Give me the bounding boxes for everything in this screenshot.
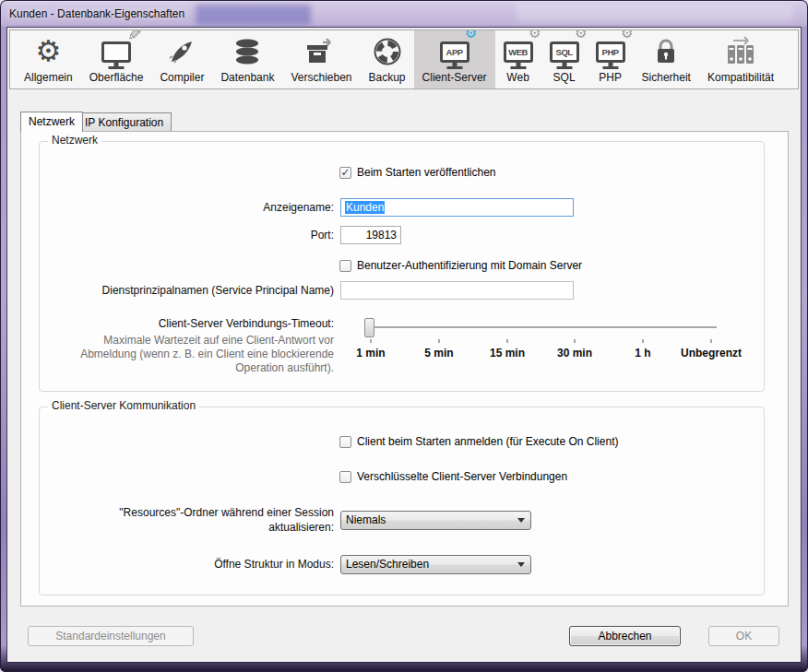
timeout-label: Client-Server Verbindungs-Timeout: <box>47 317 334 330</box>
tab-ip-konfiguration[interactable]: IP Konfiguration <box>77 112 172 131</box>
slider-tick <box>575 339 576 343</box>
toolbar-item-datenbank[interactable]: Datenbank <box>212 30 282 88</box>
box-arrow-icon <box>304 34 338 69</box>
toolbar-item-sicherheit[interactable]: Sicherheit <box>634 30 699 88</box>
slider-tick <box>439 339 440 343</box>
toolbar-item-compiler[interactable]: Compiler <box>151 30 212 88</box>
toolbar-item-php[interactable]: PHP ⚙ PHP <box>588 30 634 88</box>
slider-tick <box>507 339 508 343</box>
slider-tick-label: Unbegrenzt <box>681 347 742 360</box>
register-client-checkbox[interactable]: ✓ Client beim Starten anmelden (für Exec… <box>339 435 618 448</box>
monitor-app-gear-icon: APP ⚙ <box>440 34 469 69</box>
slider-tick-label: 5 min <box>424 347 453 360</box>
database-icon <box>232 34 263 69</box>
dialog-client-area: ⚙ Allgemein ✎ Oberfläche Compiler <box>7 28 801 662</box>
slider-tick <box>643 339 644 343</box>
display-name-label: Anzeigename: <box>47 201 334 214</box>
spn-input[interactable] <box>340 281 574 300</box>
open-mode-label: Öffne Struktur in Modus: <box>47 558 334 571</box>
publish-on-startup-checkbox[interactable]: ✓ Beim Starten veröffentlichen <box>339 166 496 179</box>
tab-panel-netzwerk: Netzwerk ✓ Beim Starten veröffentlichen … <box>20 131 789 607</box>
monitor-sql-gear-icon: SQL ⚙ <box>550 34 579 69</box>
group-client-server-kommunikation: Client-Server Kommunikation ✓ Client bei… <box>39 407 765 595</box>
database-properties-window: Kunden - Datenbank-Eigenschaften ⚙ Allge… <box>0 0 808 672</box>
group-title: Client-Server Kommunikation <box>48 399 199 412</box>
binders-arrow-icon <box>724 34 757 69</box>
slider-tick-label: 30 min <box>557 347 592 360</box>
domain-auth-checkbox[interactable]: ✓ Benutzer-Authentifizierung mit Domain … <box>339 259 582 272</box>
lifebuoy-icon <box>372 34 403 69</box>
resources-update-dropdown[interactable]: Niemals <box>340 511 531 530</box>
slider-tick <box>371 339 372 343</box>
timeout-help-text: Maximale Wartezeit auf eine Client-Antwo… <box>47 334 334 375</box>
slider-tick-label: 1 min <box>356 347 385 360</box>
cancel-button[interactable]: Abbrechen <box>569 626 681 646</box>
open-structure-mode-dropdown[interactable]: Lesen/Schreiben <box>340 555 531 574</box>
gear-icon: ⚙ <box>35 34 61 69</box>
checkbox-box[interactable]: ✓ <box>339 436 351 448</box>
settings-toolbar: ⚙ Allgemein ✎ Oberfläche Compiler <box>9 29 799 89</box>
toolbar-item-allgemein[interactable]: ⚙ Allgemein <box>16 30 81 88</box>
toolbar-item-kompatibilitaet[interactable]: Kompatibilität <box>699 30 782 88</box>
ok-button[interactable]: OK <box>708 626 779 646</box>
monitor-php-gear-icon: PHP ⚙ <box>596 34 625 69</box>
checkbox-box[interactable]: ✓ <box>339 471 351 483</box>
slider-tick-label: 15 min <box>490 347 525 360</box>
spn-label: Dienstprinzipalnamen (Service Principal … <box>47 284 334 297</box>
toolbar-item-web[interactable]: WEB ⚙ Web <box>495 30 541 88</box>
encrypted-connections-checkbox[interactable]: ✓ Verschlüsselte Client-Server Verbindun… <box>339 470 567 483</box>
port-label: Port: <box>47 229 334 242</box>
slider-tick <box>711 339 712 343</box>
timeout-slider-thumb[interactable] <box>364 318 374 337</box>
monitor-pencil-icon: ✎ <box>101 34 131 69</box>
monitor-web-gear-icon: WEB ⚙ <box>504 34 533 69</box>
selected-text: Kunden <box>345 201 385 214</box>
group-netzwerk: Netzwerk ✓ Beim Starten veröffentlichen … <box>39 141 765 392</box>
toolbar-item-verschieben[interactable]: Verschieben <box>282 30 360 88</box>
toolbar-item-sql[interactable]: SQL ⚙ SQL <box>541 30 588 88</box>
timeout-slider-track[interactable] <box>367 326 717 328</box>
rocket-icon <box>167 34 196 69</box>
display-name-input[interactable]: Kunden <box>340 198 574 217</box>
chevron-down-icon <box>517 518 525 523</box>
resources-folder-label: "Resources"-Ordner während einer Session… <box>47 505 334 535</box>
titlebar-glass-artifact <box>196 5 311 25</box>
titlebar[interactable]: Kunden - Datenbank-Eigenschaften <box>0 0 808 28</box>
group-title: Netzwerk <box>48 134 101 147</box>
padlock-icon <box>652 34 680 69</box>
checkbox-box[interactable]: ✓ <box>339 260 351 272</box>
titlebar-glass-artifact <box>517 4 793 22</box>
chevron-down-icon <box>517 562 525 567</box>
tab-netzwerk[interactable]: Netzwerk <box>20 112 83 132</box>
slider-tick-label: 1 h <box>635 347 650 360</box>
defaults-button[interactable]: Standardeinstellungen <box>28 626 194 646</box>
toolbar-item-backup[interactable]: Backup <box>361 30 414 88</box>
port-input[interactable]: 19813 <box>340 226 401 244</box>
checkbox-box[interactable]: ✓ <box>339 167 351 179</box>
toolbar-item-client-server[interactable]: APP ⚙ Client-Server <box>414 30 495 88</box>
window-title: Kunden - Datenbank-Eigenschaften <box>9 7 184 20</box>
toolbar-item-oberflaeche[interactable]: ✎ Oberfläche <box>81 30 152 88</box>
